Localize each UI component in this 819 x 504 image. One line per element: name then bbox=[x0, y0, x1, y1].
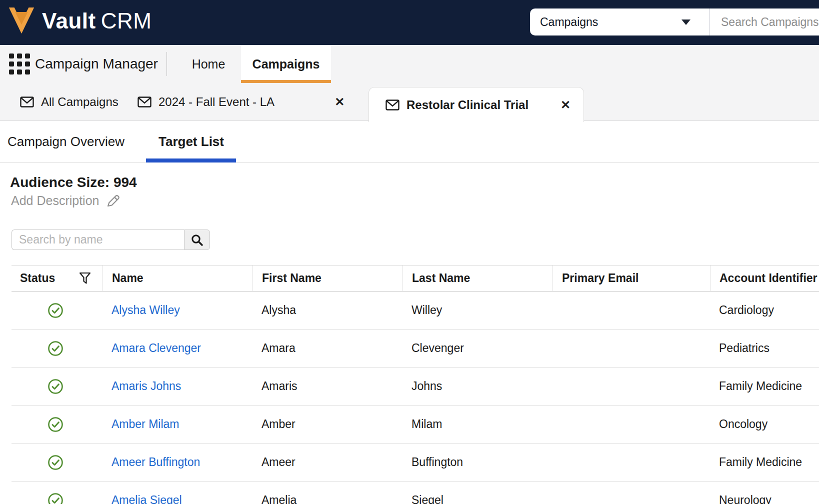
active-subtab-underline bbox=[146, 158, 236, 162]
audience-size-value: 994 bbox=[114, 174, 137, 190]
campaign-subtabs: Campaign Overview Target List bbox=[0, 121, 819, 162]
row-status-cell bbox=[12, 378, 102, 394]
row-account-identifier: Neurology bbox=[710, 494, 819, 504]
row-status-cell bbox=[12, 492, 102, 504]
campaign-tab-strip: All Campaigns 2024 - Fall Event - LA ✕ R… bbox=[0, 83, 819, 121]
audience-size-label: Audience Size: bbox=[10, 174, 110, 190]
row-last-name: Clevenger bbox=[402, 342, 552, 355]
row-name-link[interactable]: Amara Clevenger bbox=[112, 342, 201, 354]
filter-icon[interactable] bbox=[79, 272, 91, 285]
campaign-tab-label: All Campaigns bbox=[41, 95, 118, 109]
row-last-name: Siegel bbox=[402, 494, 552, 504]
row-first-name: Alysha bbox=[252, 304, 402, 317]
row-account-identifier: Family Medicine bbox=[710, 380, 819, 393]
target-search-group bbox=[12, 230, 210, 250]
column-header-last-name[interactable]: Last Name bbox=[402, 266, 552, 291]
search-icon bbox=[190, 234, 204, 246]
row-name-link[interactable]: Amelia Siegel bbox=[112, 494, 182, 504]
search-button[interactable] bbox=[184, 230, 210, 250]
vault-crm-logo: VaultCRM bbox=[8, 6, 152, 36]
row-first-name: Amber bbox=[252, 418, 402, 431]
global-search-input[interactable] bbox=[710, 8, 819, 36]
row-last-name: Buffington bbox=[402, 456, 552, 469]
row-first-name: Amelia bbox=[252, 494, 402, 504]
table-row: Ameer Buffington Ameer Buffington Family… bbox=[12, 444, 819, 482]
approved-check-icon bbox=[48, 492, 64, 504]
table-row: Amaris Johns Amaris Johns Family Medicin… bbox=[12, 368, 819, 406]
tab-campaigns[interactable]: Campaigns bbox=[241, 45, 331, 83]
table-body: Alysha Willey Alysha Willey Cardiology A… bbox=[12, 292, 819, 504]
add-description-action[interactable]: Add Description bbox=[11, 194, 121, 208]
column-header-first-name[interactable]: First Name bbox=[252, 266, 402, 291]
row-account-identifier: Oncology bbox=[710, 418, 819, 431]
approved-check-icon bbox=[48, 340, 64, 356]
logo-crm: CRM bbox=[101, 8, 152, 33]
subtab-campaign-overview[interactable]: Campaign Overview bbox=[8, 121, 124, 162]
app-title: Campaign Manager bbox=[35, 45, 158, 83]
approved-check-icon bbox=[48, 378, 64, 394]
row-first-name: Amaris bbox=[252, 380, 402, 393]
approved-check-icon bbox=[48, 416, 64, 432]
row-status-cell bbox=[12, 340, 102, 356]
app-bar-divider bbox=[166, 52, 167, 76]
envelope-icon bbox=[138, 96, 152, 108]
table-row: Alysha Willey Alysha Willey Cardiology bbox=[12, 292, 819, 330]
chevron-down-icon bbox=[682, 20, 690, 25]
logo-text: VaultCRM bbox=[42, 8, 152, 34]
add-description-label: Add Description bbox=[11, 194, 99, 208]
tab-home[interactable]: Home bbox=[176, 45, 241, 83]
target-list-table: Status Name First Name Last Name Primary… bbox=[12, 265, 819, 504]
table-row: Amara Clevenger Amara Clevenger Pediatri… bbox=[12, 330, 819, 368]
row-last-name: Willey bbox=[402, 304, 552, 317]
audience-size-heading: Audience Size: 994 bbox=[10, 174, 137, 190]
search-object-selector[interactable]: Campaigns bbox=[530, 8, 710, 36]
campaign-tab-fall-event-la[interactable]: 2024 - Fall Event - LA ✕ bbox=[138, 83, 344, 121]
envelope-icon bbox=[20, 96, 34, 108]
row-name-link[interactable]: Alysha Willey bbox=[112, 304, 180, 316]
global-search-group: Campaigns bbox=[530, 8, 819, 36]
row-name-link[interactable]: Amber Milam bbox=[112, 418, 179, 430]
column-header-status[interactable]: Status bbox=[12, 266, 102, 291]
row-account-identifier: Cardiology bbox=[710, 304, 819, 317]
campaign-tab-restolar-clinical-trial[interactable]: Restolar Clinical Trial ✕ bbox=[368, 87, 584, 122]
row-first-name: Amara bbox=[252, 342, 402, 355]
approved-check-icon bbox=[48, 302, 64, 318]
campaign-tab-all-campaigns[interactable]: All Campaigns bbox=[20, 83, 118, 121]
row-status-cell bbox=[12, 302, 102, 318]
top-navigation-bar: VaultCRM Campaigns bbox=[0, 0, 819, 45]
row-status-cell bbox=[12, 416, 102, 432]
row-last-name: Johns bbox=[402, 380, 552, 393]
vault-crm-app: { "topbar": { "logo": { "vault": "Vault"… bbox=[0, 0, 819, 504]
close-tab-icon[interactable]: ✕ bbox=[560, 98, 570, 112]
campaign-tab-label: Restolar Clinical Trial bbox=[406, 98, 528, 112]
campaign-tab-label: 2024 - Fall Event - LA bbox=[158, 95, 274, 109]
table-header-row: Status Name First Name Last Name Primary… bbox=[12, 265, 819, 292]
app-launcher-icon[interactable] bbox=[9, 54, 30, 74]
column-header-account-identifier[interactable]: Account Identifier bbox=[710, 266, 819, 291]
row-first-name: Ameer bbox=[252, 456, 402, 469]
row-name-link[interactable]: Amaris Johns bbox=[112, 380, 181, 392]
close-tab-icon[interactable]: ✕ bbox=[334, 95, 344, 109]
column-header-label: Status bbox=[20, 272, 55, 285]
search-object-selector-value: Campaigns bbox=[540, 16, 598, 29]
row-account-identifier: Family Medicine bbox=[710, 456, 819, 469]
search-by-name-input[interactable] bbox=[12, 230, 184, 250]
column-header-name[interactable]: Name bbox=[102, 266, 252, 291]
app-bar: Campaign Manager Home Campaigns bbox=[0, 45, 819, 83]
pencil-icon[interactable] bbox=[106, 194, 121, 208]
table-row: Amber Milam Amber Milam Oncology bbox=[12, 406, 819, 444]
logo-vault: Vault bbox=[42, 8, 96, 33]
approved-check-icon bbox=[48, 454, 64, 470]
row-account-identifier: Pediatrics bbox=[710, 342, 819, 355]
subtab-target-list[interactable]: Target List bbox=[158, 121, 224, 162]
column-header-primary-email[interactable]: Primary Email bbox=[552, 266, 710, 291]
envelope-icon bbox=[386, 100, 400, 110]
row-last-name: Milam bbox=[402, 418, 552, 431]
table-row: Amelia Siegel Amelia Siegel Neurology bbox=[12, 482, 819, 504]
row-name-link[interactable]: Ameer Buffington bbox=[112, 456, 200, 468]
vault-logo-icon bbox=[8, 6, 35, 36]
row-status-cell bbox=[12, 454, 102, 470]
